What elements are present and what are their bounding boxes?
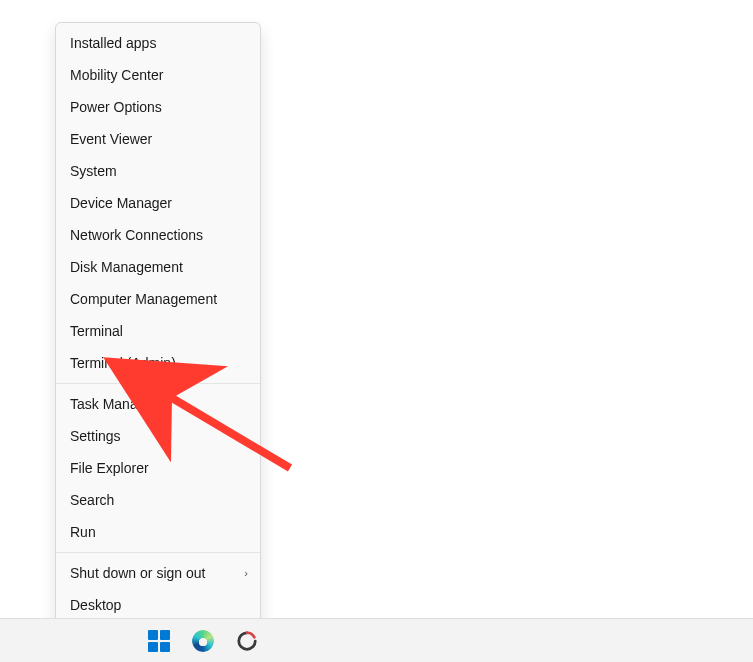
menu-item-installed-apps[interactable]: Installed apps <box>56 27 260 59</box>
menu-item-run[interactable]: Run <box>56 516 260 548</box>
taskbar-edge-button[interactable] <box>183 621 223 661</box>
menu-item-file-explorer[interactable]: File Explorer <box>56 452 260 484</box>
menu-item-label: Terminal <box>70 322 123 340</box>
menu-item-mobility-center[interactable]: Mobility Center <box>56 59 260 91</box>
menu-item-label: Network Connections <box>70 226 203 244</box>
menu-item-network-connections[interactable]: Network Connections <box>56 219 260 251</box>
menu-item-label: Desktop <box>70 596 121 614</box>
menu-item-label: Event Viewer <box>70 130 152 148</box>
menu-divider <box>56 383 260 384</box>
menu-item-desktop[interactable]: Desktop <box>56 589 260 621</box>
taskbar <box>0 618 753 662</box>
menu-item-label: Device Manager <box>70 194 172 212</box>
menu-item-settings[interactable]: Settings <box>56 420 260 452</box>
menu-item-power-options[interactable]: Power Options <box>56 91 260 123</box>
menu-item-label: Computer Management <box>70 290 217 308</box>
menu-item-label: Terminal (Admin) <box>70 354 176 372</box>
menu-item-system[interactable]: System <box>56 155 260 187</box>
menu-item-search[interactable]: Search <box>56 484 260 516</box>
menu-item-computer-management[interactable]: Computer Management <box>56 283 260 315</box>
menu-item-terminal[interactable]: Terminal <box>56 315 260 347</box>
menu-item-label: Task Manager <box>70 395 158 413</box>
menu-item-disk-management[interactable]: Disk Management <box>56 251 260 283</box>
winx-context-menu[interactable]: Installed appsMobility CenterPower Optio… <box>55 22 261 626</box>
start-button[interactable] <box>139 621 179 661</box>
menu-item-label: Shut down or sign out <box>70 564 205 582</box>
menu-item-label: File Explorer <box>70 459 149 477</box>
pinned-app-icon <box>236 630 258 652</box>
menu-divider <box>56 552 260 553</box>
menu-item-device-manager[interactable]: Device Manager <box>56 187 260 219</box>
menu-item-terminal-admin[interactable]: Terminal (Admin) <box>56 347 260 379</box>
menu-item-shut-down[interactable]: Shut down or sign out› <box>56 557 260 589</box>
menu-item-label: Mobility Center <box>70 66 163 84</box>
windows-start-icon <box>148 630 170 652</box>
chevron-right-icon: › <box>244 564 248 582</box>
menu-item-label: System <box>70 162 117 180</box>
edge-icon <box>192 630 214 652</box>
menu-item-label: Settings <box>70 427 121 445</box>
menu-item-label: Disk Management <box>70 258 183 276</box>
menu-item-label: Installed apps <box>70 34 156 52</box>
menu-item-label: Search <box>70 491 114 509</box>
menu-item-event-viewer[interactable]: Event Viewer <box>56 123 260 155</box>
taskbar-pinned-app[interactable] <box>227 621 267 661</box>
menu-item-label: Power Options <box>70 98 162 116</box>
menu-item-task-manager[interactable]: Task Manager <box>56 388 260 420</box>
menu-item-label: Run <box>70 523 96 541</box>
